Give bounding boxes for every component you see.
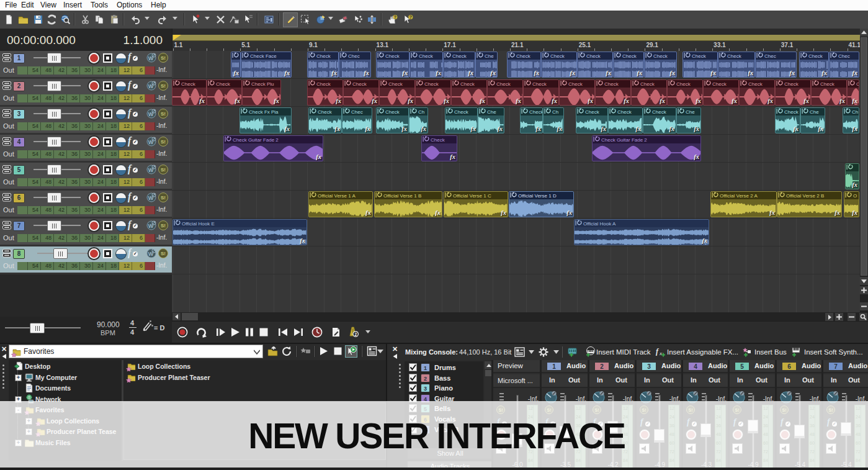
track-volume-handle[interactable] [47, 192, 61, 203]
wave-preview-icon[interactable]: W [146, 81, 156, 91]
synth-indicator-icon[interactable]: S! [158, 109, 168, 119]
clip[interactable]: Checkfx [172, 79, 207, 106]
record-arm-button[interactable] [89, 137, 99, 147]
loop-bar[interactable] [172, 35, 861, 41]
clip[interactable]: Checkfx [577, 52, 613, 78]
new-file-icon[interactable] [2, 12, 16, 26]
record-arm-button[interactable] [89, 165, 99, 175]
clip[interactable]: Checkfx [376, 107, 409, 133]
clip[interactable]: Checkfx [541, 52, 577, 78]
strip-in-button[interactable]: In [597, 376, 603, 384]
zoom-in-h-button[interactable] [835, 313, 843, 321]
loop-button[interactable] [195, 327, 207, 338]
track-number-badge[interactable]: 1 [13, 53, 25, 63]
go-end-button[interactable] [293, 327, 304, 338]
clip[interactable]: Official Verse 2 Bfx [777, 191, 842, 217]
synth-indicator-icon[interactable]: S! [158, 137, 168, 147]
wave-preview-icon[interactable]: W [146, 192, 156, 202]
solo-button[interactable] [103, 81, 112, 91]
solo-button[interactable] [103, 193, 112, 202]
copy-icon[interactable] [92, 12, 106, 26]
clip[interactable]: Checkfx [811, 79, 847, 106]
erase-tool-icon[interactable] [336, 12, 350, 26]
menu-edit[interactable]: Edit [21, 1, 34, 10]
track-number-badge[interactable]: 4 [13, 137, 25, 147]
track-number-badge[interactable]: 5 [13, 165, 25, 175]
strip-in-button[interactable]: In [691, 376, 697, 384]
clip[interactable]: Checkfx [595, 79, 631, 106]
strip-in-button[interactable]: In [737, 376, 743, 384]
audition-button[interactable] [330, 327, 341, 338]
clip[interactable]: Checkfx [703, 79, 739, 106]
fx-button[interactable]: f✓ [128, 191, 131, 202]
menu-view[interactable]: View [40, 1, 56, 10]
console-close-icon[interactable]: ✕ [392, 346, 398, 352]
sync-icon[interactable] [45, 12, 58, 26]
fx-button[interactable]: f✓ [128, 135, 131, 147]
track-volume-handle[interactable] [47, 165, 61, 175]
mute-button[interactable] [115, 81, 127, 92]
select-tool-icon[interactable] [298, 12, 312, 26]
clip[interactable]: Check Guitar Fade 2fx [223, 135, 323, 161]
stop-icon[interactable] [332, 345, 344, 358]
clip[interactable]: Checkfx [576, 107, 608, 133]
console-grip[interactable] [399, 364, 401, 388]
strip-out-button[interactable]: Out [615, 376, 627, 384]
mute-button[interactable] [115, 137, 127, 148]
wave-preview-icon[interactable]: W [146, 109, 156, 119]
paste-icon[interactable] [107, 12, 121, 26]
views-icon[interactable] [366, 345, 378, 358]
track-checkbox[interactable] [409, 363, 417, 371]
track-header-2[interactable]: 2f✓WS!Out54484236302418126-Inf. [0, 79, 172, 107]
timer-button[interactable] [311, 327, 323, 338]
track-number-badge[interactable]: 2 [13, 81, 25, 91]
tree-expander[interactable]: + [15, 374, 22, 381]
solo-button[interactable] [103, 53, 112, 63]
track-minimize-icon[interactable] [2, 53, 11, 62]
console-layout-chevron[interactable] [529, 350, 534, 355]
track-minimize-icon[interactable] [2, 165, 11, 174]
browser-close-icon[interactable]: ✕ [1, 346, 7, 352]
count-in-button[interactable]: 2 [347, 326, 360, 338]
tree-item-my-computer[interactable]: +My Computer [0, 373, 122, 383]
clip[interactable]: Checfx [829, 52, 859, 78]
tree-item-desktop[interactable]: Desktop [0, 361, 122, 372]
clip[interactable]: Official Verse 1 Bfx [374, 191, 442, 217]
cut-icon[interactable] [78, 12, 92, 26]
clip[interactable]: Checfx [342, 107, 372, 133]
strip-in-button[interactable]: In [784, 376, 790, 384]
clip[interactable]: Ofx [844, 191, 859, 217]
record-arm-button[interactable] [89, 248, 99, 259]
clip[interactable]: Chfx [843, 107, 859, 133]
clip[interactable]: Chfx [543, 107, 564, 133]
clip[interactable]: Official Verse 1 Dfx [509, 191, 574, 217]
clip[interactable]: Cfx [847, 79, 859, 106]
clip[interactable]: Checkfx [520, 107, 543, 133]
clip[interactable]: Checkfx [507, 52, 541, 78]
clip[interactable]: Chefx [478, 107, 504, 133]
track-header-7[interactable]: 7f✓WS!Out54484236302418126-Inf. [0, 219, 172, 246]
synth-indicator-icon[interactable]: S! [158, 165, 168, 174]
tree-item-documents[interactable]: Documents [0, 383, 122, 394]
record-arm-button[interactable] [89, 81, 99, 91]
record-arm-button[interactable] [89, 220, 99, 231]
zoom-fit-button[interactable] [859, 313, 867, 321]
clip[interactable]: Official Verse 1 Afx [308, 191, 373, 217]
clip[interactable]: Official Verse 1 Cfx [444, 191, 508, 217]
hscroll-left-button[interactable] [172, 313, 181, 320]
save-icon[interactable] [31, 12, 45, 26]
dropdown-chevron-icon[interactable] [205, 17, 210, 20]
step-play-button[interactable] [215, 327, 226, 338]
tempo-slider-handle[interactable] [30, 323, 45, 333]
clip[interactable]: Chefx [676, 107, 701, 133]
solo-button[interactable] [103, 249, 112, 258]
mute-tool-icon[interactable] [213, 12, 227, 26]
timesig-top[interactable]: 4 [130, 319, 134, 327]
mute-button[interactable] [115, 248, 127, 260]
track-header-4[interactable]: 4f✓WS!Out54484236302418126-Inf. [0, 135, 172, 163]
console-gear-icon[interactable] [538, 346, 549, 358]
browser-collapse-icon[interactable] [2, 354, 6, 359]
strip-in-button[interactable]: In [549, 376, 555, 384]
clip[interactable]: Official Hook Efx [172, 219, 307, 245]
bpm-value[interactable]: 90.000 [97, 320, 120, 329]
